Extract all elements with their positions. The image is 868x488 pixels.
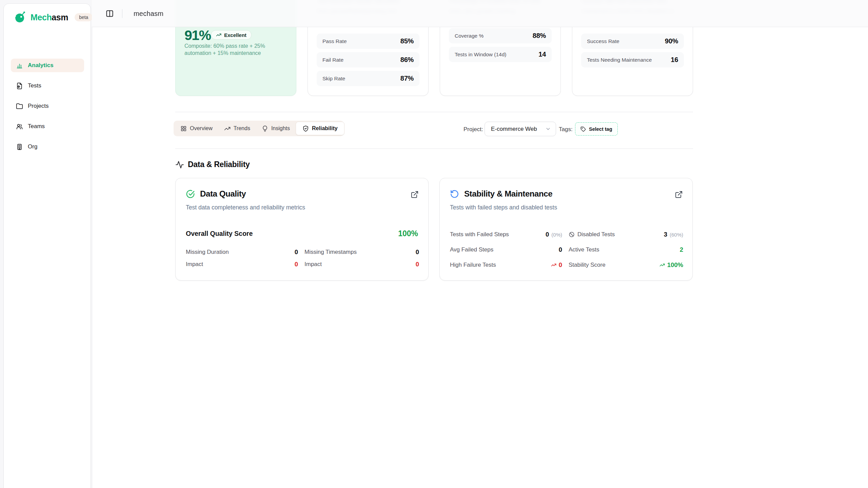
card-title: Data Quality — [200, 189, 246, 199]
sidebar-nav: Analytics Tests Projects Teams Org — [11, 59, 84, 160]
tab-trends[interactable]: Trends — [218, 122, 256, 135]
metric-cell: Impact 0 — [186, 260, 298, 269]
metric-cell: Active Tests 2 — [569, 245, 683, 255]
trending-up-icon — [224, 125, 231, 132]
stability-maintenance-card: Stability & Maintenance Tests with faile… — [439, 178, 693, 281]
score-label: Overall Quality Score — [186, 230, 253, 238]
sidebar-item-label: Teams — [28, 123, 45, 130]
metric-row: Tests in Window (14d) 14 — [449, 47, 552, 62]
card-subtitle: Test data completeness and reliability m… — [186, 204, 305, 211]
section-title: Data & Reliability — [188, 160, 250, 169]
metric-row: Pass Rate 85% — [317, 34, 419, 49]
file-gear-icon — [16, 82, 23, 89]
brand-logo[interactable]: Mechasm beta — [14, 11, 93, 23]
select-tag-label: Select tag — [589, 126, 612, 132]
composite-score-description: Composite: 60% pass rate + 25% automatio… — [184, 43, 273, 57]
project-select[interactable]: E-commerce Web — [485, 122, 556, 136]
tab-overview[interactable]: Overview — [175, 122, 218, 135]
external-link-icon[interactable] — [411, 190, 419, 199]
lightbulb-icon — [262, 125, 268, 132]
trending-up-icon — [551, 262, 556, 268]
sidebar-item-label: Org — [28, 143, 37, 150]
brand-name: Mechasm — [31, 13, 68, 22]
bar-chart-icon — [16, 62, 23, 69]
metric-row: Tests Needing Maintenance 16 — [581, 52, 684, 67]
overall-quality-score-row: Overall Quality Score 100% — [186, 229, 418, 238]
sidebar: Mechasm beta Analytics Tests Projects — [3, 3, 91, 488]
sidebar-item-label: Analytics — [28, 62, 54, 69]
metric-cell: Disabled Tests 3(60%) — [569, 230, 683, 239]
building-icon — [16, 143, 23, 150]
tab-label: Trends — [234, 125, 250, 131]
metric-row: Coverage % 88% — [449, 28, 552, 43]
tab-reliability[interactable]: Reliability — [296, 122, 344, 135]
divider — [175, 112, 693, 112]
activity-icon — [175, 160, 184, 169]
data-quality-card: Data Quality Test data completeness and … — [175, 178, 429, 281]
external-link-icon[interactable] — [675, 190, 683, 199]
tab-label: Reliability — [312, 125, 338, 131]
tab-label: Insights — [271, 125, 290, 131]
tags-filter-label: Tags: — [559, 123, 573, 136]
robot-logo-icon — [14, 11, 26, 23]
trending-up-icon — [659, 262, 665, 268]
sidebar-item-tests[interactable]: Tests — [11, 79, 84, 93]
metric-cell: High Failure Tests 0 — [450, 260, 562, 270]
tag-icon — [580, 126, 586, 132]
page-title: mechasm — [134, 0, 163, 27]
score-value: 100% — [398, 229, 418, 238]
project-select-value: E-commerce Web — [491, 126, 537, 133]
sidebar-item-label: Tests — [28, 82, 41, 89]
ban-icon — [569, 231, 575, 238]
header-divider — [122, 9, 122, 18]
metric-row: Skip Rate 87% — [317, 71, 419, 86]
metric-row: Fail Rate 86% — [317, 52, 419, 67]
score-status-badge: Excellent — [211, 30, 252, 40]
folder-icon — [16, 103, 23, 110]
metric-cell: Tests with Failed Steps 0(0%) — [450, 230, 562, 239]
chevron-down-icon — [545, 126, 551, 132]
metric-cell: Impact 0 — [304, 260, 419, 269]
rotate-ccw-icon — [450, 189, 459, 199]
score-status-label: Excellent — [224, 32, 246, 38]
users-icon — [16, 123, 23, 130]
card-subtitle: Tests with failed steps and disabled tes… — [450, 204, 557, 211]
top-header: mechasm — [92, 0, 868, 27]
section-heading: Data & Reliability — [175, 160, 250, 169]
sidebar-item-analytics[interactable]: Analytics — [11, 59, 84, 72]
metric-row: Success Rate 90% — [581, 34, 684, 49]
sidebar-item-label: Projects — [28, 103, 48, 109]
metric-cell: Missing Duration 0 — [186, 247, 298, 257]
shield-check-icon — [302, 125, 309, 132]
tab-label: Overview — [190, 125, 213, 131]
panel-left-icon — [105, 9, 114, 18]
sidebar-item-teams[interactable]: Teams — [11, 120, 84, 133]
layout-grid-icon — [180, 125, 187, 132]
trending-up-icon — [216, 32, 221, 38]
sidebar-item-org[interactable]: Org — [11, 140, 84, 154]
select-tag-button[interactable]: Select tag — [575, 122, 618, 136]
sidebar-toggle-button[interactable] — [105, 9, 114, 18]
metric-cell: Avg Failed Steps 0 — [450, 245, 562, 255]
composite-score-value: 91% — [184, 27, 211, 43]
tab-insights[interactable]: Insights — [256, 122, 296, 135]
analytics-tabs: Overview Trends Insights Reliability — [174, 121, 344, 136]
sidebar-item-projects[interactable]: Projects — [11, 99, 84, 113]
project-filter-label: Project: — [463, 123, 483, 136]
card-title: Stability & Maintenance — [464, 189, 552, 199]
beta-badge: beta — [75, 13, 93, 21]
metric-cell: Stability Score 100% — [569, 260, 683, 270]
circle-check-icon — [186, 189, 195, 199]
divider — [175, 148, 693, 149]
metric-cell: Missing Timestamps 0 — [304, 247, 419, 257]
